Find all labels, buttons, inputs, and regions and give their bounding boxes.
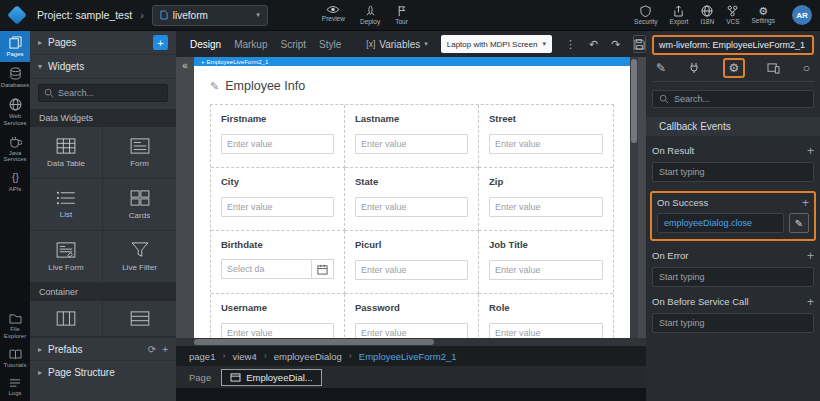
on-error-input[interactable] xyxy=(652,267,814,287)
save-button[interactable] xyxy=(633,35,646,53)
field-username: Username xyxy=(211,294,345,338)
widget-live-form[interactable]: Live Form xyxy=(30,231,103,283)
rail-item-file-explorer[interactable]: File Explorer xyxy=(0,308,30,344)
role-input[interactable] xyxy=(489,323,603,338)
street-input[interactable] xyxy=(489,134,603,154)
birthdate-input[interactable] xyxy=(221,259,312,279)
widget-search-input[interactable] xyxy=(58,88,162,98)
property-search-input[interactable] xyxy=(674,94,807,104)
on-success-group: On Success + employeeDialog.close ✎ xyxy=(650,191,816,241)
vertical-scrollbar-thumb[interactable] xyxy=(631,59,637,143)
rail-item-web-services[interactable]: Web Services xyxy=(0,93,30,131)
on-result-label: On Result xyxy=(652,145,694,156)
list-icon xyxy=(56,191,76,205)
on-success-value[interactable]: employeeDialog.close xyxy=(657,213,784,233)
rail-item-java-services[interactable]: Java Services xyxy=(0,131,30,168)
collapse-sidebar-icon[interactable]: « xyxy=(182,60,188,71)
form-selection-strip[interactable]: + EmployeeLiveForm2_1 xyxy=(194,57,630,66)
settings-button[interactable]: ⚙ Settings xyxy=(752,7,776,24)
username-input[interactable] xyxy=(221,323,334,338)
edit-tab-icon[interactable]: ✎ xyxy=(656,61,666,75)
add-page-button[interactable]: + xyxy=(153,35,168,50)
widget-data-table[interactable]: Data Table xyxy=(30,127,103,179)
breadcrumb-page1[interactable]: page1 xyxy=(189,351,215,362)
job-title-input[interactable] xyxy=(489,260,603,280)
export-label: Export xyxy=(670,18,689,25)
widget-container-2[interactable] xyxy=(103,301,176,337)
widget-list[interactable]: List xyxy=(30,179,103,231)
on-result-group: On Result + xyxy=(652,145,814,182)
form-tag[interactable]: + EmployeeLiveForm2_1 xyxy=(197,57,272,66)
firstname-input[interactable] xyxy=(221,134,334,154)
rail-item-logs[interactable]: Logs xyxy=(0,373,30,401)
globe-icon xyxy=(9,98,22,111)
tab-script[interactable]: Script xyxy=(281,39,307,50)
add-on-error-button[interactable]: + xyxy=(807,251,814,261)
zip-input[interactable] xyxy=(489,197,603,217)
bottom-tabs: Page EmployeeDial... xyxy=(176,366,646,388)
state-tab-icon[interactable]: ○ xyxy=(803,61,810,75)
bottom-tab-employeedialog[interactable]: EmployeeDial... xyxy=(221,369,322,386)
add-prefab-button[interactable]: + xyxy=(162,344,168,355)
calendar-button[interactable] xyxy=(312,259,334,279)
prefabs-section[interactable]: ▸ Prefabs ⟳ + xyxy=(30,337,176,360)
vertical-scrollbar[interactable] xyxy=(630,57,638,338)
events-tab-icon[interactable]: ⚙ xyxy=(723,58,746,78)
variables-dropdown[interactable]: [x] Variables ▾ xyxy=(366,39,427,50)
bind-tab-icon[interactable] xyxy=(688,62,700,74)
breadcrumb-view4[interactable]: view4 xyxy=(232,351,256,362)
widget-live-filter[interactable]: Live Filter xyxy=(103,231,176,283)
device-selector[interactable]: Laptop with MDPI Screen ▾ xyxy=(441,35,552,53)
city-input[interactable] xyxy=(221,197,334,217)
tab-design[interactable]: Design xyxy=(190,39,221,50)
rail-item-databases[interactable]: Databases xyxy=(0,62,30,93)
breadcrumb-employeeliveform[interactable]: EmployeeLiveForm2_1 xyxy=(359,351,457,362)
rail-item-pages[interactable]: Pages xyxy=(0,31,30,62)
refresh-icon[interactable]: ⟳ xyxy=(148,344,156,355)
horizontal-scrollbar[interactable] xyxy=(176,338,646,346)
bottom-tab-page[interactable]: Page xyxy=(189,372,211,383)
on-before-service-call-input[interactable] xyxy=(652,313,814,333)
state-input[interactable] xyxy=(355,197,468,217)
rail-item-apis[interactable]: {} APIs xyxy=(0,167,30,197)
widget-cards[interactable]: Cards xyxy=(103,179,176,231)
add-on-before-service-call-button[interactable]: + xyxy=(807,297,814,307)
tab-style[interactable]: Style xyxy=(319,39,341,50)
horizontal-scrollbar-thumb[interactable] xyxy=(194,339,434,345)
tour-button[interactable]: Tour xyxy=(395,5,408,25)
sidebar: ▸ Pages + ▾ Widgets Data Widgets Data Ta… xyxy=(30,31,176,401)
i18n-button[interactable]: I18N xyxy=(700,5,714,25)
widget-form[interactable]: Form xyxy=(103,127,176,179)
breadcrumb-employeedialog[interactable]: employeeDialog xyxy=(274,351,342,362)
security-button[interactable]: Security xyxy=(634,5,657,25)
edit-on-success-button[interactable]: ✎ xyxy=(789,213,809,233)
picurl-input[interactable] xyxy=(355,260,468,280)
widget-container-1[interactable] xyxy=(30,301,103,337)
avatar[interactable]: AR xyxy=(792,5,812,25)
redo-button[interactable]: ↷ xyxy=(611,38,620,51)
more-options-icon[interactable]: ⋮ xyxy=(565,38,576,51)
page-structure-section[interactable]: ▸ Page Structure xyxy=(30,360,176,383)
lastname-input[interactable] xyxy=(355,134,468,154)
page-selector[interactable]: liveform ▾ xyxy=(152,5,268,26)
export-button[interactable]: Export xyxy=(670,5,689,25)
pages-section-header[interactable]: ▸ Pages + xyxy=(30,31,176,55)
field-label: Username xyxy=(221,302,334,313)
on-result-input[interactable] xyxy=(652,162,814,182)
tab-markup[interactable]: Markup xyxy=(234,39,267,50)
add-on-result-button[interactable]: + xyxy=(807,146,814,156)
wavemaker-logo[interactable] xyxy=(7,5,27,25)
deploy-button[interactable]: Deploy xyxy=(360,5,380,25)
undo-button[interactable]: ↶ xyxy=(589,38,598,51)
chevron-right-icon: › xyxy=(140,9,144,21)
rocket-icon xyxy=(365,5,376,17)
devices-tab-icon[interactable] xyxy=(767,63,780,74)
preview-button[interactable]: Preview xyxy=(322,5,345,25)
preview-label: Preview xyxy=(322,15,345,22)
vcs-button[interactable]: VCS xyxy=(726,5,739,25)
widgets-section-header[interactable]: ▾ Widgets xyxy=(30,55,176,79)
rail-item-tutorials[interactable]: Tutorials xyxy=(0,344,30,373)
field-job-title: Job Title xyxy=(479,231,613,294)
password-input[interactable] xyxy=(355,323,468,338)
add-on-success-button[interactable]: + xyxy=(802,198,809,208)
